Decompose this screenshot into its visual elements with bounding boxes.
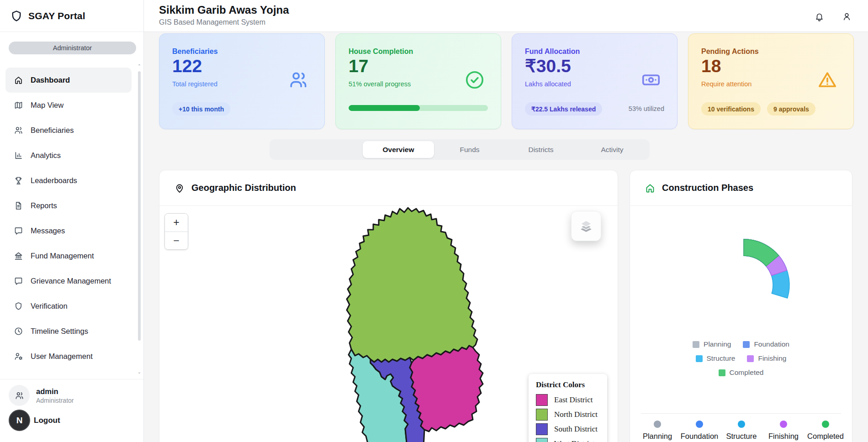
main-tabs: Overview Funds Districts Activity [270, 139, 650, 160]
south-swatch [536, 423, 548, 435]
card-value: 18 [701, 55, 721, 78]
card-value: 122 [172, 55, 202, 78]
panel-header: Geographic Distribution [159, 170, 618, 206]
map-canvas[interactable]: + − District Colors East District North … [159, 206, 618, 442]
legend-completed: Completed [719, 368, 764, 377]
phases-donut-chart [696, 237, 792, 333]
check-circle-icon [464, 69, 485, 92]
sidebar-nav: Dashboard Map View Beneficiaries Analyti… [0, 68, 143, 369]
sidebar-item-leaderboards[interactable]: Leaderboards [5, 168, 132, 193]
users-icon [14, 126, 23, 135]
n-avatar-badge[interactable]: N [9, 410, 30, 431]
page-subtitle: GIS Based Management System [159, 18, 265, 26]
map-icon [14, 100, 23, 110]
warning-triangle-icon [817, 69, 838, 92]
monthly-change-badge: +10 this month [172, 102, 230, 116]
map-zoom-control: + − [164, 213, 188, 250]
divider [641, 413, 841, 414]
district-colors-legend: District Colors East District North Dist… [529, 374, 607, 442]
shield-icon [14, 301, 23, 311]
tab-activity[interactable]: Activity [577, 141, 648, 158]
scroll-down-icon[interactable]: ⌄ [137, 370, 142, 374]
panel-header: Construction Phases [630, 170, 852, 206]
notifications-button[interactable] [811, 8, 827, 25]
user-name: admin [36, 387, 74, 396]
verifications-badge: 10 verifications [701, 102, 761, 116]
current-user: admin Administrator [9, 385, 74, 406]
message-icon [14, 226, 23, 236]
card-subtitle: 51% overall progress [349, 80, 411, 88]
sidebar-item-messages[interactable]: Messages [5, 218, 132, 243]
scrollbar-thumb[interactable] [138, 71, 141, 341]
logout-button[interactable]: N Logout [9, 410, 60, 431]
sidebar-item-map-view[interactable]: Map View [5, 93, 132, 118]
geographic-distribution-panel: Geographic Distribution + − District Col… [159, 170, 618, 442]
app-title: SGAY Portal [28, 11, 85, 21]
card-subtitle: Require attention [701, 80, 752, 88]
card-value: ₹30.5 [525, 55, 571, 78]
role-badge: Administrator [9, 42, 136, 54]
west-swatch [536, 438, 548, 442]
stat-planning: Planning18% [636, 421, 678, 442]
map-pin-icon [174, 183, 185, 194]
sidebar-item-fund-management[interactable]: Fund Management [5, 243, 132, 268]
card-subtitle: Lakhs allocated [525, 80, 571, 88]
home-icon [14, 75, 23, 85]
users-icon [288, 69, 309, 92]
progress-fill [349, 105, 420, 111]
stat-finishing: Finishing20% [762, 421, 804, 442]
tab-funds[interactable]: Funds [434, 141, 505, 158]
phases-legend: Planning Foundation Structure Finishing … [630, 340, 852, 377]
legend-planning: Planning [693, 340, 731, 348]
zoom-in-button[interactable]: + [165, 214, 188, 232]
bar-chart-icon [14, 151, 23, 160]
sidebar-item-verification[interactable]: Verification [5, 294, 132, 319]
sidebar-item-analytics[interactable]: Analytics [5, 143, 132, 168]
completion-progress-bar [349, 105, 488, 111]
legend-finishing: Finishing [747, 354, 786, 363]
banknote-icon [640, 69, 662, 92]
layers-icon [577, 217, 595, 235]
district-shape-north[interactable] [347, 208, 477, 362]
page-title: Sikkim Garib Awas Yojna [159, 4, 289, 16]
legend-item-north: North District [536, 409, 601, 421]
stat-structure: Structure30% [720, 421, 762, 442]
panel-title: Geographic Distribution [191, 183, 296, 193]
zoom-out-button[interactable]: − [165, 232, 188, 249]
legend-title: District Colors [536, 380, 601, 389]
sidebar-item-timeline-settings[interactable]: Timeline Settings [5, 319, 132, 344]
top-header: Sikkim Garib Awas Yojna GIS Based Manage… [144, 0, 868, 32]
user-role: Administrator [36, 397, 74, 404]
card-subtitle: Total registered [172, 80, 217, 88]
sidebar-item-dashboard[interactable]: Dashboard [5, 68, 132, 93]
scroll-up-icon[interactable]: ⌃ [137, 64, 142, 68]
stat-card-house-completion: House Completion 17 51% overall progress [335, 33, 501, 129]
shield-logo-icon [10, 10, 23, 22]
panel-title: Construction Phases [662, 183, 753, 193]
tab-districts[interactable]: Districts [505, 141, 577, 158]
legend-item-south: South District [536, 423, 601, 435]
message-icon [14, 276, 23, 286]
sidebar-item-beneficiaries[interactable]: Beneficiaries [5, 118, 132, 143]
stat-card-pending-actions: Pending Actions 18 Require attention 10 … [688, 33, 854, 129]
user-cog-icon [14, 352, 23, 361]
app-logo: SGAY Portal [0, 0, 143, 32]
sidebar-item-user-management[interactable]: User Management [5, 344, 132, 369]
sidebar-scrollbar[interactable]: ⌃ ⌄ [137, 64, 142, 374]
sidebar-item-reports[interactable]: Reports [5, 193, 132, 218]
tab-overview[interactable]: Overview [363, 141, 434, 158]
user-icon [842, 12, 852, 21]
bank-icon [14, 251, 23, 261]
trophy-icon [14, 176, 23, 185]
legend-structure: Structure [696, 354, 736, 363]
phase-stats-row: Planning18% Foundation19% Structure30% F… [636, 421, 847, 442]
profile-button[interactable] [838, 8, 855, 25]
stat-card-fund-allocation: Fund Allocation ₹30.5 Lakhs allocated ₹2… [512, 33, 677, 129]
clock-icon [14, 326, 23, 336]
construction-phases-panel: Construction Phases Planning Foundation … [630, 170, 852, 442]
map-layers-button[interactable] [571, 211, 601, 241]
sikkim-district-map[interactable] [301, 205, 484, 442]
sidebar-item-grievance-management[interactable]: Grievance Management [5, 268, 132, 294]
utilized-label: 53% utilized [629, 105, 664, 112]
district-shape-east[interactable] [410, 346, 483, 431]
